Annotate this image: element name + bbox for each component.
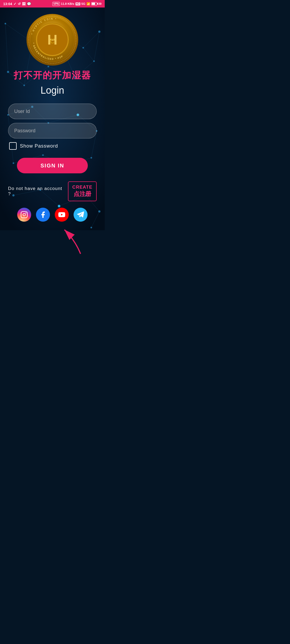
main-content: * HYPTIC COIN * * DECENTRALIZED * P2P H … (0, 8, 105, 267)
youtube-icon[interactable] (55, 208, 69, 222)
show-password-label: Show Password (20, 143, 58, 149)
message-icon: 💬 (27, 2, 31, 6)
wifi-icon: 📶 (86, 2, 90, 6)
battery-level: 39 (98, 2, 102, 5)
vpn-badge: VPN (52, 2, 60, 6)
facebook-icon[interactable] (36, 208, 50, 222)
chinese-subtitle: 打不开的开加湿器 (14, 69, 91, 82)
refresh-icon: ↺ (18, 2, 21, 6)
login-title: Login (41, 85, 64, 96)
create-label-top: CREATE (72, 185, 92, 190)
status-time: 13:04 (3, 2, 12, 6)
show-password-checkbox[interactable] (9, 142, 17, 150)
svg-text:C: C (50, 38, 55, 45)
telegram-icon[interactable] (74, 208, 88, 222)
no-account-text: Do not have an account ? (8, 186, 64, 197)
create-account-row: Do not have an account ? CREATE 点注册 (8, 181, 97, 201)
arrow-annotation (8, 224, 97, 257)
show-password-row: Show Password (9, 142, 58, 150)
hd-badge: HD (75, 2, 80, 5)
svg-point-68 (26, 213, 27, 214)
password-input[interactable] (8, 123, 97, 138)
svg-point-67 (23, 213, 25, 216)
create-account-button[interactable]: CREATE 点注册 (68, 181, 97, 201)
social-icons-row (17, 208, 88, 222)
check-icon: ✓ (13, 2, 16, 6)
create-label-bottom: 点注册 (72, 190, 92, 198)
network-type: 5G (81, 2, 85, 5)
sign-in-button[interactable]: SIGN IN (17, 158, 88, 173)
battery-indicator (91, 2, 97, 5)
status-bar: 13:04 ✓ ↺ 🖼 💬 VPN 11.8 KB/s HD 5G 📶 39 (0, 0, 105, 8)
network-speed: 11.8 KB/s (61, 2, 74, 5)
image-icon: 🖼 (22, 2, 26, 6)
svg-rect-66 (21, 211, 27, 218)
coin-logo: * HYPTIC COIN * * DECENTRALIZED * P2P H … (26, 13, 79, 67)
instagram-icon[interactable] (17, 208, 31, 222)
user-id-input[interactable] (8, 104, 97, 119)
